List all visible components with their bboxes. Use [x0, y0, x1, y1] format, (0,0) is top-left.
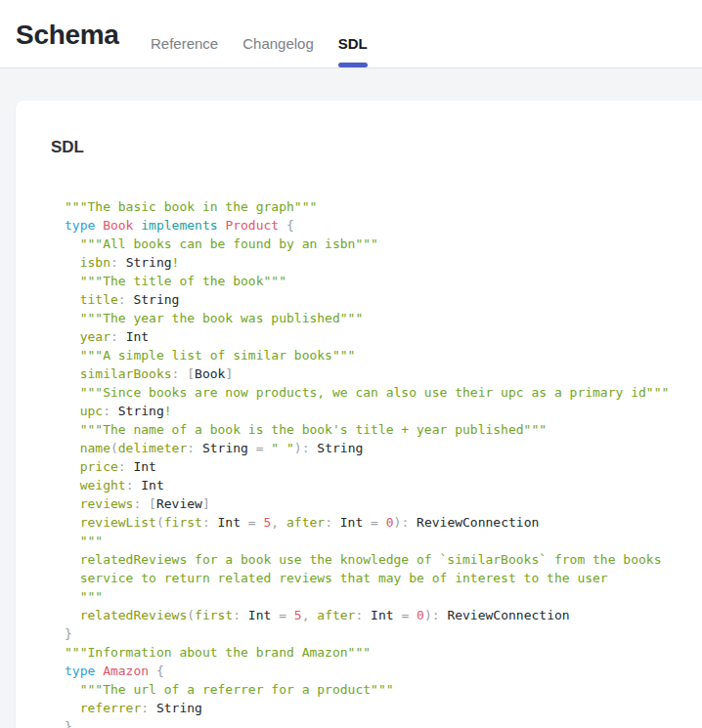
tab-sdl[interactable]: SDL — [338, 35, 368, 52]
main-content: SDL """The basic book in the graph"""typ… — [0, 68, 702, 728]
tab-sdl-label: SDL — [338, 35, 368, 52]
active-tab-underline — [338, 63, 368, 67]
code-line: """All books can be found by an isbn""" — [65, 235, 702, 253]
code-line: relatedReviews for a book use the knowle… — [65, 550, 702, 569]
code-line: """A simple list of similar books""" — [65, 346, 702, 364]
code-line: type Amazon { — [65, 662, 702, 680]
code-line: isbn: String! — [65, 253, 702, 272]
code-line: """ — [65, 532, 702, 550]
tab-changelog[interactable]: Changelog — [242, 35, 314, 52]
code-line: reviews: [Review] — [65, 494, 702, 513]
code-line: """The year the book was published""" — [65, 309, 702, 327]
page-header: Schema Reference Changelog SDL — [0, 0, 702, 68]
code-line: name(delimeter: String = " "): String — [65, 439, 702, 457]
code-line: """The name of a book is the book's titl… — [65, 420, 702, 439]
code-line: year: Int — [65, 327, 702, 346]
code-line: service to return related reviews that m… — [65, 569, 702, 587]
code-line: referrer: String — [65, 699, 702, 717]
sdl-code: """The basic book in the graph"""type Bo… — [65, 197, 702, 728]
code-line: } — [65, 624, 702, 643]
code-line: """Information about the brand Amazon""" — [65, 643, 702, 662]
sdl-card-heading: SDL — [51, 138, 702, 157]
code-line: """Since books are now products, we can … — [65, 383, 702, 402]
tab-bar: Reference Changelog SDL — [151, 35, 368, 52]
code-line: } — [65, 717, 702, 728]
code-line: """ — [65, 587, 702, 606]
code-line: title: String — [65, 290, 702, 309]
code-line: weight: Int — [65, 476, 702, 494]
code-line: upc: String! — [65, 402, 702, 420]
code-line: """The basic book in the graph""" — [65, 197, 702, 216]
tab-reference[interactable]: Reference — [151, 35, 218, 52]
code-line: similarBooks: [Book] — [65, 364, 702, 383]
code-line: price: Int — [65, 457, 702, 476]
code-line: type Book implements Product { — [65, 216, 702, 235]
code-line: reviewList(first: Int = 5, after: Int = … — [65, 513, 702, 532]
sdl-card: SDL """The basic book in the graph"""typ… — [16, 101, 702, 728]
page-title: Schema — [16, 20, 119, 51]
code-line: """The title of the book""" — [65, 272, 702, 290]
code-line: """The url of a referrer for a product""… — [65, 680, 702, 699]
code-line: relatedReviews(first: Int = 5, after: In… — [65, 606, 702, 624]
